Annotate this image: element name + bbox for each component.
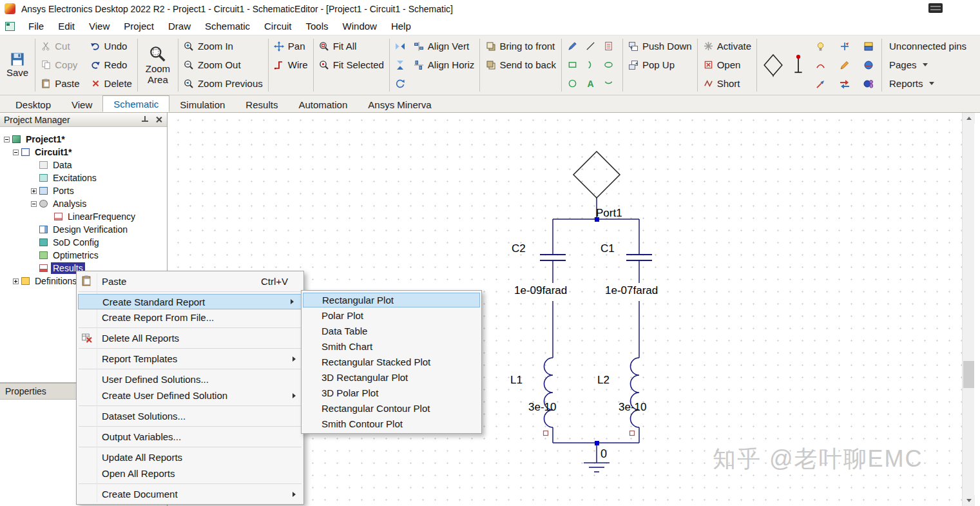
fit-selected-button[interactable]: Fit Selected — [317, 55, 386, 74]
reports-dropdown[interactable]: Reports — [887, 74, 968, 93]
unconnected-pins-button[interactable]: Unconnected pins — [887, 37, 968, 55]
pages-dropdown[interactable]: Pages — [887, 55, 968, 74]
document-window-icon[interactable] — [5, 22, 15, 31]
zoom-in-button[interactable]: Zoom In — [182, 37, 265, 55]
menu-item-create-report-from-file[interactable]: Create Report From File... — [77, 309, 303, 326]
probe-button[interactable] — [791, 54, 806, 76]
menu-window[interactable]: Window — [336, 18, 384, 34]
menu-item-update-all-reports[interactable]: Update All Reports — [77, 449, 303, 465]
menu-draw[interactable]: Draw — [161, 18, 198, 34]
ground-symbol[interactable] — [584, 463, 610, 472]
cut-button[interactable]: Cut — [39, 37, 81, 55]
tab-schematic[interactable]: Schematic — [102, 95, 169, 112]
menu-item-dataset-solutions[interactable]: Dataset Solutions... — [77, 408, 303, 424]
tree-item-project1[interactable]: Project1* — [0, 133, 167, 146]
align-vert-button[interactable]: Align Vert — [412, 37, 477, 55]
draw-text-button[interactable]: A — [583, 74, 601, 93]
l2-ref-label[interactable]: L2 — [597, 374, 610, 387]
redo-button[interactable]: Redo — [88, 55, 134, 74]
menu-help[interactable]: Help — [384, 18, 418, 34]
bring-to-front-button[interactable]: Bring to front — [483, 37, 558, 55]
menu-item-create-standard-report[interactable]: Create Standard Report — [78, 294, 302, 309]
delete-button[interactable]: Delete — [88, 74, 134, 93]
expander-expand-icon[interactable] — [31, 188, 37, 194]
draw-arc-button[interactable] — [583, 55, 601, 74]
menu-item-create-document[interactable]: Create Document — [77, 486, 303, 502]
l1-value-label[interactable]: 3e-10 — [528, 401, 556, 414]
rotate-button[interactable] — [393, 74, 408, 93]
ammeter-probe-button[interactable] — [813, 37, 828, 56]
draw-rect-button[interactable] — [565, 55, 583, 74]
submenu-item-rectangular-plot[interactable]: Rectangular Plot — [303, 293, 480, 307]
submenu-item-data-table[interactable]: Data Table — [302, 323, 481, 338]
wire-button[interactable]: Wire — [272, 55, 310, 74]
zoom-area-button[interactable]: Zoom Area — [141, 37, 175, 93]
ground-net-label[interactable]: 0 — [600, 447, 607, 461]
pin-icon[interactable] — [140, 115, 149, 124]
submenu-item-smith-contour-plot[interactable]: Smith Contour Plot — [302, 416, 481, 431]
menu-item-create-user-defined-solution[interactable]: Create User Defined Solution — [77, 387, 303, 404]
c2-ref-label[interactable]: C2 — [512, 242, 526, 255]
scrollbar-thumb[interactable] — [963, 361, 974, 388]
submenu-item-3d-polar-plot[interactable]: 3D Polar Plot — [302, 385, 481, 400]
menu-item-delete-all-reports[interactable]: Delete All Reports — [77, 330, 303, 346]
l1-ref-label[interactable]: L1 — [510, 374, 523, 387]
tab-automation[interactable]: Automation — [288, 97, 358, 112]
user-library-button[interactable] — [861, 75, 876, 93]
inductor-l1[interactable] — [544, 358, 553, 436]
scroll-up-button[interactable] — [963, 113, 975, 124]
save-button[interactable]: Save — [3, 37, 32, 93]
tree-item-analysis[interactable]: Analysis — [0, 197, 167, 210]
capacitor-c1[interactable] — [626, 255, 652, 260]
capacitor-c2[interactable] — [540, 255, 566, 260]
undo-button[interactable]: Undo — [88, 37, 134, 55]
send-to-back-button[interactable]: Send to back — [483, 55, 558, 74]
submenu-item-rectangular-contour-plot[interactable]: Rectangular Contour Plot — [302, 400, 481, 416]
pan-button[interactable]: Pan — [272, 37, 310, 55]
current-probe-button[interactable] — [813, 75, 828, 93]
vertical-scrollbar[interactable] — [962, 113, 974, 506]
menu-item-user-defined-solutions[interactable]: User Defined Solutions... — [77, 371, 303, 387]
menu-tools[interactable]: Tools — [299, 18, 336, 34]
expander-collapse-icon[interactable] — [13, 150, 19, 155]
open-button[interactable]: Open — [701, 55, 753, 74]
menu-item-output-variables[interactable]: Output Variables... — [77, 429, 303, 445]
mirror-vertical-button[interactable] — [393, 55, 408, 74]
paste-button[interactable]: Paste — [39, 74, 81, 93]
new-sheet-button[interactable] — [601, 37, 619, 55]
menu-item-paste[interactable]: Paste Ctrl+V — [77, 273, 303, 289]
draw-pen-button[interactable] — [565, 37, 583, 55]
c1-value-label[interactable]: 1e-07farad — [605, 284, 658, 297]
menu-item-open-all-reports[interactable]: Open All Reports — [77, 465, 303, 482]
tree-item-design-verification[interactable]: Design Verification — [0, 223, 167, 236]
tab-simulation[interactable]: Simulation — [169, 97, 235, 112]
short-button[interactable]: Short — [701, 74, 753, 93]
component-3d-button[interactable] — [861, 56, 876, 75]
draw-circle-button[interactable] — [565, 74, 583, 93]
submenu-item-smith-chart[interactable]: Smith Chart — [302, 338, 481, 354]
tab-view[interactable]: View — [61, 97, 102, 112]
mirror-horizontal-button[interactable] — [393, 37, 408, 55]
menu-file[interactable]: File — [21, 18, 51, 34]
scroll-down-button[interactable] — [963, 495, 975, 506]
expander-collapse-icon[interactable] — [4, 137, 10, 142]
menu-item-report-templates[interactable]: Report Templates — [77, 351, 303, 367]
tree-item-circuit1[interactable]: Circuit1* — [0, 146, 167, 159]
tree-item-sod-config[interactable]: SoD Config — [0, 236, 167, 249]
tree-item-linearfrequency[interactable]: LinearFrequency — [0, 210, 167, 223]
tree-item-data[interactable]: Data — [0, 159, 167, 171]
draw-ellipse-button[interactable] — [601, 55, 619, 74]
zoom-out-button[interactable]: Zoom Out — [182, 55, 265, 74]
tab-ansys-minerva[interactable]: Ansys Minerva — [358, 97, 441, 112]
swap-wires-button[interactable] — [837, 75, 852, 93]
tab-results[interactable]: Results — [235, 97, 288, 112]
tree-item-optimetrics[interactable]: Optimetrics — [0, 249, 167, 262]
menu-schematic[interactable]: Schematic — [198, 18, 257, 34]
c1-ref-label[interactable]: C1 — [600, 242, 615, 255]
submenu-item-rectangular-stacked-plot[interactable]: Rectangular Stacked Plot — [302, 354, 481, 369]
submenu-item-3d-rectangular-plot[interactable]: 3D Rectangular Plot — [302, 369, 481, 385]
tree-item-excitations[interactable]: Excitations — [0, 171, 167, 184]
menu-edit[interactable]: Edit — [51, 18, 82, 34]
add-pin-button[interactable] — [837, 37, 852, 56]
port1-label[interactable]: Port1 — [596, 207, 622, 220]
